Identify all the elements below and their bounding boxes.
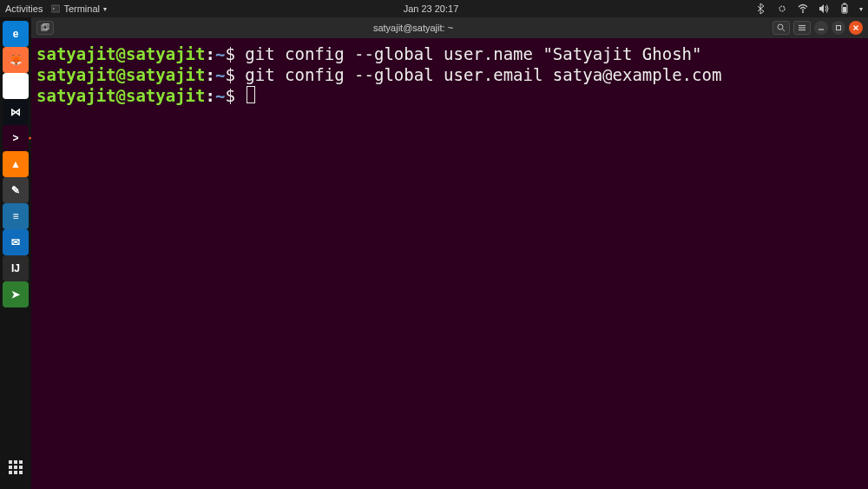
svg-rect-4 xyxy=(844,3,846,5)
search-button[interactable] xyxy=(773,21,790,35)
bluetooth-icon[interactable] xyxy=(755,3,767,15)
terminal-line: satyajit@satyajit:~$ git config --global… xyxy=(36,64,863,85)
window-title: satyajit@satyajit: ~ xyxy=(54,23,773,33)
system-menu-chevron-icon[interactable]: ▾ xyxy=(859,5,863,13)
cursor xyxy=(247,86,255,103)
app-menu-label: Terminal xyxy=(63,3,100,14)
window-titlebar: satyajit@satyajit: ~ xyxy=(31,17,868,38)
clock[interactable]: Jan 23 20:17 xyxy=(107,3,755,14)
terminal-icon xyxy=(51,4,60,13)
search-icon xyxy=(777,23,786,32)
prompt-path: ~ xyxy=(215,65,225,84)
dock-icon-vlc[interactable]: ▲ xyxy=(3,151,29,177)
svg-rect-7 xyxy=(43,24,49,30)
dock-icon-edge[interactable]: e xyxy=(3,21,29,47)
prompt-separator: : xyxy=(205,86,214,105)
dock-icon-vscode[interactable]: ⋈ xyxy=(3,99,29,125)
en-input-icon[interactable] xyxy=(776,3,788,15)
prompt-path: ~ xyxy=(215,44,225,63)
hamburger-icon xyxy=(798,23,806,32)
maximize-button[interactable] xyxy=(832,21,845,35)
command-text: git config --global user.email satya@exa… xyxy=(245,65,721,84)
dock-icon-intellij[interactable]: IJ xyxy=(3,255,29,281)
terminal-window: satyajit@satyajit: ~ satyajit@satyajit:~… xyxy=(31,17,868,489)
dock-icon-libreoffice-writer[interactable]: ≡ xyxy=(3,203,29,229)
show-applications-button[interactable] xyxy=(0,454,31,480)
hamburger-menu-button[interactable] xyxy=(793,21,811,35)
close-button[interactable] xyxy=(849,21,863,35)
terminal-body[interactable]: satyajit@satyajit:~$ git config --global… xyxy=(31,38,868,489)
dock-icon-firefox[interactable]: 🦊 xyxy=(3,47,29,73)
svg-rect-5 xyxy=(843,7,846,12)
new-tab-button[interactable] xyxy=(36,21,54,35)
svg-point-2 xyxy=(802,11,804,13)
minimize-button[interactable] xyxy=(814,21,828,35)
minimize-icon xyxy=(818,24,825,31)
svg-rect-6 xyxy=(42,25,47,30)
terminal-line: satyajit@satyajit:~$ git config --global… xyxy=(36,43,863,64)
prompt-separator: : xyxy=(205,44,214,63)
prompt-path: ~ xyxy=(215,86,225,105)
prompt-symbol: $ xyxy=(225,86,245,105)
svg-point-1 xyxy=(779,6,785,11)
prompt-user: satyajit@satyajit xyxy=(36,86,205,105)
svg-rect-0 xyxy=(51,5,60,12)
dock-icon-pycharm[interactable]: ➤ xyxy=(3,281,29,307)
new-tab-icon xyxy=(41,23,49,32)
svg-line-9 xyxy=(783,30,786,32)
battery-icon[interactable] xyxy=(838,3,851,15)
prompt-user: satyajit@satyajit xyxy=(36,65,205,84)
close-icon xyxy=(852,24,859,31)
dock-icon-chrome[interactable]: ◉ xyxy=(3,73,29,99)
prompt-user: satyajit@satyajit xyxy=(36,44,205,63)
dock: e🦊◉⋈>▲✎≡✉IJ➤ xyxy=(0,17,31,489)
dock-icon-outlook[interactable]: ✉ xyxy=(3,229,29,255)
command-text: git config --global user.name "Satyajit … xyxy=(245,44,701,63)
dock-icon-terminal[interactable]: > xyxy=(3,125,29,151)
terminal-line: satyajit@satyajit:~$ xyxy=(36,85,863,106)
network-icon[interactable] xyxy=(797,3,809,15)
prompt-symbol: $ xyxy=(225,65,245,84)
maximize-icon xyxy=(835,24,842,31)
volume-icon[interactable] xyxy=(818,3,830,15)
app-menu[interactable]: Terminal ▾ xyxy=(51,3,107,14)
activities-button[interactable]: Activities xyxy=(5,3,43,14)
prompt-separator: : xyxy=(205,65,214,84)
svg-rect-14 xyxy=(837,26,841,30)
prompt-symbol: $ xyxy=(225,44,245,63)
apps-grid-icon xyxy=(9,460,23,474)
dock-icon-text-editor[interactable]: ✎ xyxy=(3,177,29,203)
svg-point-8 xyxy=(778,24,783,30)
